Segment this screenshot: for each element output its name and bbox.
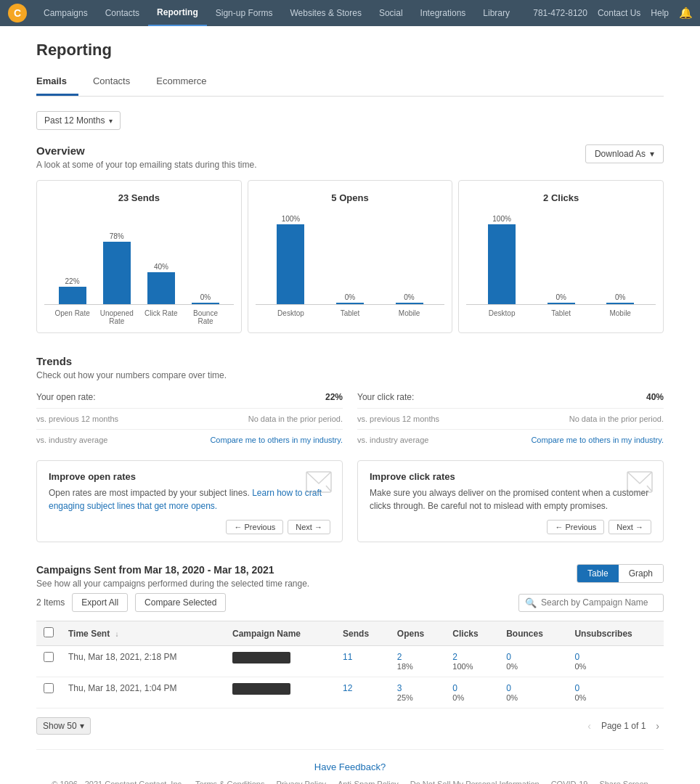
click-industry-link[interactable]: Compare me to others in my industry. xyxy=(531,436,664,444)
nav-campaigns[interactable]: Campaigns xyxy=(35,0,97,26)
tip-click-next[interactable]: Next → xyxy=(609,520,651,534)
tip-open-text: Open rates are most impacted by your sub… xyxy=(49,486,330,513)
open-vs-prev-value: No data in the prior period. xyxy=(248,415,343,423)
tip-click-text: Make sure you always deliver on the prom… xyxy=(370,486,651,513)
clicks-link[interactable]: 0 xyxy=(452,683,492,693)
click-rate-value: 40% xyxy=(646,392,664,402)
sends-link[interactable]: 11 xyxy=(343,652,383,662)
opens-link[interactable]: 3 xyxy=(397,683,438,693)
show-count-dropdown[interactable]: Show 50 ▾ xyxy=(36,717,91,735)
footer-link-4[interactable]: Do Not Sell My Personal Information xyxy=(410,780,540,784)
compare-selected-button[interactable]: Compare Selected xyxy=(135,593,226,612)
opens-link[interactable]: 2 xyxy=(397,652,438,662)
search-box: 🔍 xyxy=(518,594,664,612)
footer-link-6[interactable]: Share Screen xyxy=(599,780,648,784)
bounces-link[interactable]: 0 xyxy=(506,683,560,693)
nav-signup-forms[interactable]: Sign-up Forms xyxy=(207,0,282,26)
unsub-pct: 0% xyxy=(574,693,656,702)
chevron-down-icon: ▾ xyxy=(650,149,654,159)
chart-card-1: 5 Opens100%0%0%DesktopTabletMobile xyxy=(248,180,453,333)
chart-title-1: 5 Opens xyxy=(256,192,445,203)
nav-social[interactable]: Social xyxy=(370,0,412,26)
date-range-dropdown[interactable]: Past 12 Months ▾ xyxy=(36,111,121,130)
footer-link-5[interactable]: COVID-19 xyxy=(551,780,588,784)
table-controls: 2 Items Export All Compare Selected 🔍 xyxy=(36,593,664,612)
bar-label-bottom: Desktop xyxy=(272,309,309,317)
tip-open-next[interactable]: Next → xyxy=(288,520,330,534)
nav-reporting[interactable]: Reporting xyxy=(148,0,207,26)
footer-link-3[interactable]: Anti-Spam Policy xyxy=(338,780,399,784)
bar-label-top: 100% xyxy=(282,215,301,223)
footer-link-2[interactable]: Privacy Policy xyxy=(276,780,325,784)
bar-group: 0% xyxy=(396,293,423,304)
bar-label-top: 0% xyxy=(200,293,211,301)
bounces-link[interactable]: 0 xyxy=(506,652,560,662)
page-info: Page 1 of 1 xyxy=(601,721,646,731)
unsub-link[interactable]: 0 xyxy=(574,652,656,662)
campaigns-subtitle: See how all your campaigns performed dur… xyxy=(36,579,309,589)
tip-open-prev[interactable]: ← Previous xyxy=(226,520,283,534)
bar-label-top: 40% xyxy=(154,263,168,271)
nav-right: 781-472-8120 Contact Us Help 🔔 xyxy=(533,7,693,20)
nav-contacts[interactable]: Contacts xyxy=(97,0,148,26)
nav-links: Campaigns Contacts Reporting Sign-up For… xyxy=(35,0,533,26)
clicks-link[interactable]: 2 xyxy=(452,652,492,662)
feedback-link[interactable]: Have Feedback? xyxy=(314,761,386,772)
click-rate-label: Your click rate: xyxy=(357,392,414,402)
table-header: Time Sent ↓ Campaign Name Sends Opens Cl… xyxy=(36,621,664,646)
select-all-checkbox[interactable] xyxy=(44,627,54,637)
nav-help[interactable]: Help xyxy=(651,8,669,18)
export-all-button[interactable]: Export All xyxy=(72,593,128,612)
svg-line-5 xyxy=(647,486,652,491)
col-time-sent: Time Sent ↓ xyxy=(61,621,225,646)
tip-click-rates: Improve click rates Make sure you always… xyxy=(357,460,664,542)
download-as-button[interactable]: Download As ▾ xyxy=(585,144,664,163)
tab-emails[interactable]: Emails xyxy=(36,70,78,96)
trends-click-rate: Your click rate: 40% vs. previous 12 mon… xyxy=(357,392,664,449)
search-icon: 🔍 xyxy=(525,597,537,608)
bar-group: 100% xyxy=(277,215,304,304)
bar xyxy=(192,303,219,304)
bar-label-top: 0% xyxy=(615,293,625,301)
email-icon-2 xyxy=(627,471,653,497)
bar-label-bottom: Desktop xyxy=(484,309,520,317)
tip-click-prev[interactable]: ← Previous xyxy=(547,520,604,534)
footer-link-1[interactable]: Terms & Conditions xyxy=(195,780,264,784)
campaigns-table: Time Sent ↓ Campaign Name Sends Opens Cl… xyxy=(36,621,664,709)
trends-title: Trends xyxy=(36,355,664,367)
open-vs-prev-label: vs. previous 12 months xyxy=(36,415,118,423)
nav-library[interactable]: Library xyxy=(474,0,518,26)
graph-view-button[interactable]: Graph xyxy=(619,565,663,582)
search-input[interactable] xyxy=(541,597,657,608)
email-icon xyxy=(306,471,332,497)
tab-contacts[interactable]: Contacts xyxy=(93,70,142,96)
next-page-button[interactable]: › xyxy=(651,719,664,733)
col-clicks: Clicks xyxy=(445,621,499,646)
time-sent-cell: Thu, Mar 18, 2021, 2:18 PM xyxy=(61,646,225,677)
row-checkbox[interactable] xyxy=(44,683,54,693)
sends-link[interactable]: 12 xyxy=(343,683,383,693)
tip-open-rates: Improve open rates Open rates are most i… xyxy=(36,460,343,542)
opens-pct: 25% xyxy=(397,693,438,702)
logo[interactable]: C xyxy=(7,3,28,23)
click-vs-industry-label: vs. industry average xyxy=(357,436,428,444)
chart-labels-row: Open RateUnopened RateClick RateBounce R… xyxy=(44,306,234,325)
bell-icon[interactable]: 🔔 xyxy=(679,7,693,20)
row-checkbox[interactable] xyxy=(44,652,54,662)
bounces-pct: 0% xyxy=(506,662,560,671)
nav-contact-us[interactable]: Contact Us xyxy=(598,8,640,18)
unsub-pct: 0% xyxy=(574,662,656,671)
table-view-button[interactable]: Table xyxy=(577,565,619,582)
footer-links: © 1996 - 2021 Constant Contact, Inc.Term… xyxy=(36,780,664,784)
nav-websites[interactable]: Websites & Stores xyxy=(281,0,370,26)
tabs: Emails Contacts Ecommerce xyxy=(36,70,664,97)
tab-ecommerce[interactable]: Ecommerce xyxy=(156,70,218,96)
overview-title: Overview xyxy=(36,144,256,157)
unsub-link[interactable]: 0 xyxy=(574,683,656,693)
nav-integrations[interactable]: Integrations xyxy=(412,0,475,26)
campaigns-header: Campaigns Sent from Mar 18, 2020 - Mar 1… xyxy=(36,564,664,589)
sort-icon: ↓ xyxy=(115,630,118,638)
bar-label-bottom: Bounce Rate xyxy=(187,309,224,325)
open-industry-link[interactable]: Compare me to others in my industry. xyxy=(210,436,343,444)
prev-page-button[interactable]: ‹ xyxy=(583,719,595,733)
